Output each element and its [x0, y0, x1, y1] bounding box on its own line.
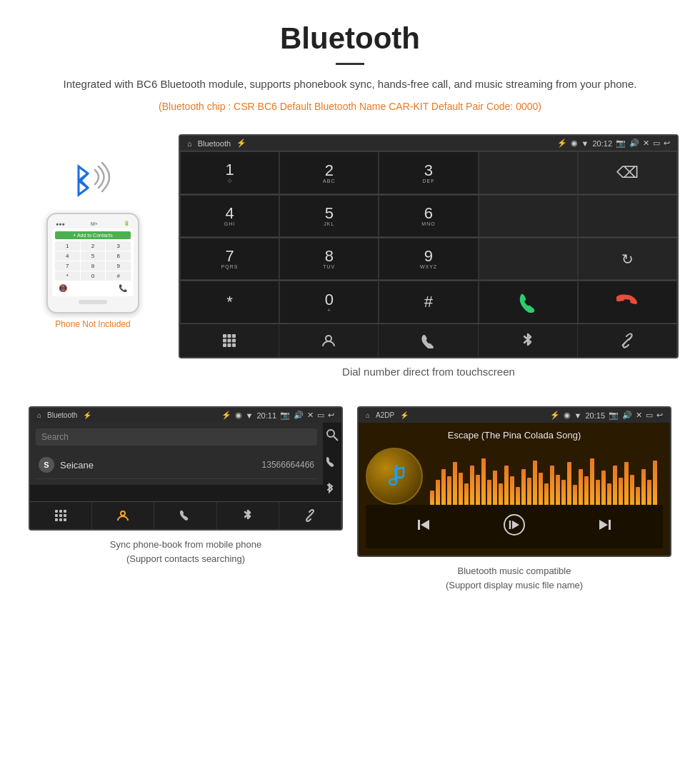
- main-bottom-toolbar: [180, 323, 677, 357]
- phone-screen: + Add to Contacts 1 2 3 4 5 6 7 8 9 * 0 …: [52, 228, 134, 296]
- toolbar-dialpad-btn[interactable]: [180, 324, 279, 357]
- contacts-signal-icon: ▼: [246, 411, 254, 420]
- dial-key-star[interactable]: *: [180, 281, 279, 323]
- phone-side: ●●● M+ 🔋 + Add to Contacts 1 2 3 4 5 6 7…: [21, 134, 164, 329]
- music-signal-icon: ▼: [574, 411, 582, 420]
- music-bt-icon: ⚡: [550, 411, 560, 420]
- dial-key-6[interactable]: 6 MNO: [379, 195, 478, 237]
- dialpad-row-4: * 0 + #: [180, 280, 677, 323]
- contacts-tb-person[interactable]: [92, 502, 154, 529]
- eq-bar: [561, 480, 566, 505]
- phone-key-9: 9: [106, 261, 131, 271]
- close-icon: ✕: [643, 139, 649, 148]
- phone-key-3: 3: [106, 241, 131, 251]
- phone-end-call-icon: 📵: [59, 284, 67, 292]
- svg-rect-17: [59, 510, 62, 513]
- contacts-app-name: Bluetooth: [47, 411, 77, 419]
- eq-bar: [436, 480, 440, 505]
- dialpad-row-3: 7 PQRS 8 TUV 9 WXYZ ↻: [180, 237, 677, 280]
- toolbar-contacts-btn[interactable]: [279, 324, 379, 357]
- eq-bar: [613, 466, 617, 505]
- eq-bar: [499, 483, 503, 505]
- music-home-icon: ⌂: [366, 411, 370, 419]
- eq-bar: [619, 478, 623, 505]
- music-prev-btn[interactable]: [415, 516, 432, 537]
- dial-backspace[interactable]: ⌫: [578, 151, 677, 194]
- toolbar-link-btn[interactable]: [578, 324, 677, 357]
- main-status-bar: ⌂ Bluetooth ⚡ ⚡ ◉ ▼ 20:12 📷 🔊 ✕ ▭ ↩: [180, 136, 677, 151]
- svg-point-25: [121, 511, 125, 516]
- volume-icon: 🔊: [629, 139, 639, 148]
- eq-bar: [590, 458, 594, 505]
- contacts-tb-bt[interactable]: [217, 502, 279, 529]
- phone-key-7: 7: [55, 261, 80, 271]
- main-car-screen-side: ⌂ Bluetooth ⚡ ⚡ ◉ ▼ 20:12 📷 🔊 ✕ ▭ ↩: [179, 134, 679, 392]
- svg-rect-19: [55, 514, 58, 517]
- eq-bar: [493, 471, 497, 505]
- phone-key-2: 2: [81, 241, 106, 251]
- toolbar-bluetooth-btn[interactable]: [479, 324, 578, 357]
- eq-bar: [453, 462, 457, 505]
- svg-rect-33: [609, 520, 611, 530]
- dial-call-red[interactable]: [578, 281, 677, 323]
- phone-home-button: [79, 300, 107, 304]
- dial-key-1[interactable]: 1 ◇: [180, 151, 279, 194]
- dial-key-7[interactable]: 7 PQRS: [180, 238, 279, 280]
- signal-icon: ▼: [581, 139, 589, 148]
- dial-key-0[interactable]: 0 +: [279, 281, 379, 323]
- contacts-caption-text: Sync phone-book from mobile phone(Suppor…: [110, 539, 261, 564]
- contact-name: Seicane: [60, 460, 256, 471]
- music-back-icon: ↩: [656, 411, 663, 420]
- status-app-name: Bluetooth: [198, 139, 231, 148]
- eq-bar: [441, 469, 446, 505]
- eq-bar: [521, 469, 526, 505]
- eq-bar: [550, 466, 554, 505]
- svg-rect-5: [232, 334, 236, 338]
- dial-key-9[interactable]: 9 WXYZ: [379, 238, 478, 280]
- home-icon: ⌂: [187, 139, 192, 148]
- back-icon: ↩: [664, 139, 670, 148]
- contacts-tb-link[interactable]: [279, 502, 341, 529]
- music-song-title: Escape (The Pina Colada Song): [448, 430, 581, 441]
- phone-dialpad: 1 2 3 4 5 6 7 8 9 * 0 #: [55, 241, 131, 281]
- music-loc-icon: ◉: [564, 411, 571, 420]
- music-caption: Bluetooth music compatible(Support displ…: [446, 564, 583, 592]
- dial-empty-1: [479, 151, 578, 194]
- dial-key-3[interactable]: 3 DEF: [379, 151, 478, 194]
- eq-bar: [487, 480, 491, 505]
- dial-key-4[interactable]: 4 GHI: [180, 195, 279, 237]
- eq-bar: [579, 469, 583, 505]
- header-description: Integrated with BC6 Bluetooth module, su…: [29, 76, 671, 93]
- contacts-tb-phone[interactable]: [154, 502, 216, 529]
- svg-marker-30: [512, 521, 519, 529]
- dial-redial[interactable]: ↻: [578, 238, 677, 280]
- dial-call-green[interactable]: [479, 281, 578, 323]
- dial-key-5[interactable]: 5 JKL: [279, 195, 379, 237]
- music-main-content: [366, 448, 663, 505]
- toolbar-phone-btn[interactable]: [379, 324, 478, 357]
- svg-rect-16: [55, 510, 58, 513]
- eq-bar: [527, 478, 531, 505]
- contacts-tb-dialpad[interactable]: [30, 502, 92, 529]
- eq-bar: [510, 476, 514, 505]
- phone-carrier: M+: [91, 221, 98, 226]
- dial-key-2[interactable]: 2 ABC: [279, 151, 379, 194]
- svg-rect-21: [64, 514, 66, 517]
- contacts-list: Search S Seicane 13566664466: [30, 423, 323, 501]
- contacts-body: Search S Seicane 13566664466: [30, 423, 323, 485]
- music-next-btn[interactable]: [596, 516, 614, 537]
- dial-empty-3: [578, 195, 677, 237]
- music-play-pause-btn[interactable]: [503, 513, 526, 540]
- eq-bar: [470, 466, 474, 505]
- music-win-icon: ▭: [646, 411, 653, 420]
- contacts-shot: ⌂ Bluetooth ⚡ ⚡ ◉ ▼ 20:11 📷 🔊 ✕ ▭ ↩: [21, 406, 350, 592]
- dial-key-hash[interactable]: #: [379, 281, 478, 323]
- dial-key-8[interactable]: 8 TUV: [279, 238, 379, 280]
- contacts-search-bar[interactable]: Search: [36, 428, 317, 446]
- phone-key-4: 4: [55, 251, 80, 261]
- contacts-bt-icon: ⚡: [221, 411, 231, 420]
- dial-empty-2: [479, 195, 578, 237]
- music-screen: ⌂ A2DP ⚡ ⚡ ◉ ▼ 20:15 📷 🔊 ✕ ▭ ↩ Escape (: [357, 406, 671, 557]
- eq-bar: [647, 480, 651, 505]
- dialpad-row-2: 4 GHI 5 JKL 6 MNO: [180, 194, 677, 237]
